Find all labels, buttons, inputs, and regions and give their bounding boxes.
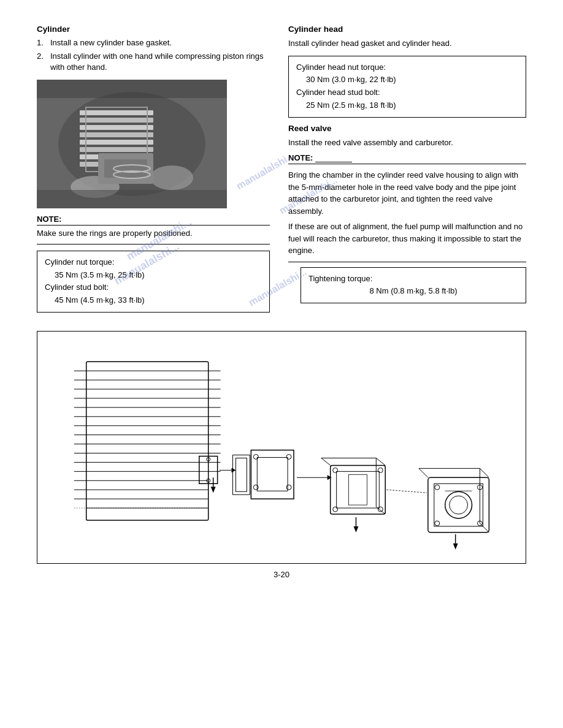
svg-rect-5: [80, 125, 153, 130]
svg-rect-80: [331, 466, 386, 515]
right-column: Cylinder head Install cylinder head gask…: [288, 25, 526, 319]
step-2-text: Install cylinder with one hand while com…: [50, 51, 270, 73]
svg-point-90: [378, 468, 383, 473]
reed-valve-text1: Install the reed valve assembly and carb…: [288, 137, 526, 149]
svg-marker-94: [353, 526, 358, 533]
svg-point-105: [435, 485, 440, 490]
svg-rect-19: [37, 80, 227, 98]
svg-rect-3: [80, 110, 153, 115]
svg-marker-114: [327, 476, 332, 480]
step-1-num: 1.: [37, 37, 47, 48]
svg-rect-4: [80, 118, 153, 123]
cylinder-title: Cylinder: [37, 25, 270, 34]
page-number: 3-20: [37, 570, 526, 579]
ch-torque-line2: 30 Nm (3.0 m·kg, 22 ft·lb): [296, 74, 518, 86]
svg-marker-77: [231, 468, 236, 473]
svg-rect-88: [348, 475, 367, 506]
svg-rect-74: [232, 455, 250, 495]
svg-rect-102: [434, 484, 483, 527]
svg-rect-8: [80, 147, 153, 152]
step-2-num: 2.: [37, 51, 47, 73]
step-1-text: Install a new cylinder base gasket.: [50, 37, 172, 48]
svg-point-70: [253, 455, 258, 460]
svg-rect-69: [257, 458, 288, 491]
svg-point-72: [253, 485, 258, 490]
engine-photo: [37, 80, 227, 208]
svg-point-13: [150, 165, 193, 190]
svg-line-86: [376, 507, 385, 514]
cylinder-head-title: Cylinder head: [288, 25, 526, 34]
torque-line4: 45 Nm (4.5 m·kg, 33 ft·lb): [45, 294, 262, 307]
svg-point-71: [286, 455, 291, 460]
svg-line-97: [480, 469, 489, 478]
step-1: 1. Install a new cylinder base gasket.: [37, 37, 270, 48]
page: manualalshi... manualalshi... manualalsh…: [0, 0, 563, 728]
assembly-diagram: [37, 331, 526, 564]
reed-valve-divider: [288, 262, 526, 262]
cylinder-note-label: NOTE:: [37, 214, 270, 226]
svg-line-82: [321, 458, 331, 466]
cylinder-note-text: Make sure the rings are properly positio…: [37, 228, 270, 239]
svg-marker-111: [453, 544, 458, 550]
svg-point-73: [286, 485, 291, 490]
reed-valve-note-bold: NOTE:: [288, 153, 313, 162]
svg-rect-18: [37, 190, 227, 208]
svg-line-112: [386, 490, 427, 493]
torque-line1: Cylinder nut torque:: [45, 256, 262, 269]
cylinder-torque-box: Cylinder nut torque: 35 Nm (3.5 m·kg, 25…: [37, 251, 270, 313]
svg-rect-15: [104, 159, 147, 178]
cylinder-section: Cylinder 1. Install a new cylinder base …: [37, 25, 270, 74]
svg-rect-81: [337, 472, 380, 509]
engine-photo-svg: [37, 80, 227, 208]
reed-valve-section: Reed valve Install the reed valve assemb…: [288, 124, 526, 304]
svg-point-89: [333, 468, 338, 473]
ch-torque-line1: Cylinder head nut torque:: [296, 61, 518, 74]
reed-valve-title: Reed valve: [288, 124, 526, 133]
svg-rect-20: [86, 362, 209, 521]
main-content: Cylinder 1. Install a new cylinder base …: [37, 25, 526, 319]
svg-line-100: [480, 523, 489, 533]
tight-torque-line1: Tightening torque:: [308, 273, 518, 286]
reed-valve-text2: If these are out of alignment, the fuel …: [288, 221, 526, 257]
svg-point-107: [435, 521, 440, 526]
cylinder-head-text: Install cylinder head gasket and cylinde…: [288, 37, 526, 50]
svg-marker-79: [211, 487, 216, 493]
ch-torque-line4: 25 Nm (2.5 m·kg, 18 ft·lb): [296, 99, 518, 112]
cylinder-note: NOTE: Make sure the rings are properly p…: [37, 214, 270, 239]
torque-line3: Cylinder stud bolt:: [45, 281, 262, 294]
reed-valve-note: NOTE:: [288, 153, 526, 164]
svg-point-91: [333, 507, 338, 512]
svg-line-83: [376, 458, 385, 466]
reed-valve-note-label: NOTE:: [288, 153, 526, 164]
left-divider: [37, 244, 270, 245]
svg-rect-6: [80, 132, 153, 137]
reed-valve-note-text: Bring the chamber in the cylinder reed v…: [288, 169, 526, 217]
tightening-torque-box: Tightening torque: 8 Nm (0.8 m·kg, 5.8 f…: [301, 267, 526, 304]
cylinder-head-torque-box: Cylinder head nut torque: 30 Nm (3.0 m·k…: [288, 56, 526, 118]
cylinder-head-section: Cylinder head Install cylinder head gask…: [288, 25, 526, 118]
ch-torque-line3: Cylinder head stud bolt:: [296, 86, 518, 99]
assembly-diagram-svg: [50, 337, 513, 557]
svg-rect-7: [80, 140, 153, 145]
note-underline: [315, 162, 352, 162]
svg-rect-75: [236, 458, 247, 492]
svg-point-104: [450, 496, 468, 515]
tight-torque-line2: 8 Nm (0.8 m·kg, 5.8 ft·lb): [308, 285, 518, 298]
torque-line2: 35 Nm (3.5 m·kg, 25 ft·lb): [45, 269, 262, 282]
step-2: 2. Install cylinder with one hand while …: [37, 51, 270, 73]
cylinder-steps: 1. Install a new cylinder base gasket. 2…: [37, 37, 270, 74]
svg-line-96: [419, 469, 428, 478]
left-column: Cylinder 1. Install a new cylinder base …: [37, 25, 270, 319]
